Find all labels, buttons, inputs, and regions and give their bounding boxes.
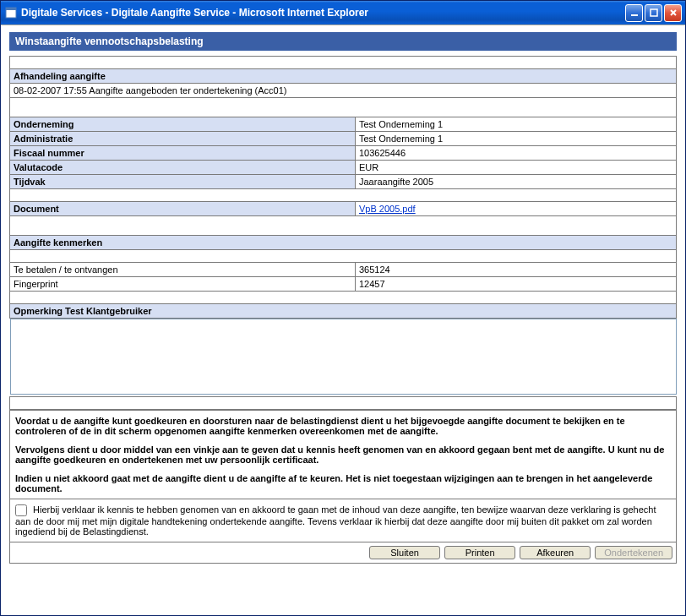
- window-title: Digitale Services - Digitale Aangifte Se…: [21, 7, 625, 19]
- value-fingerprint: 12457: [356, 277, 677, 292]
- label-valutacode: Valutacode: [10, 161, 356, 175]
- value-te-betalen: 365124: [356, 263, 677, 277]
- svg-rect-1: [6, 8, 16, 10]
- label-document: Document: [10, 202, 356, 216]
- label-fiscaal-nummer: Fiscaal nummer: [10, 146, 356, 161]
- close-button[interactable]: [664, 4, 682, 22]
- opmerking-header: Opmerking Test Klantgebruiker: [10, 304, 677, 319]
- value-onderneming: Test Onderneming 1: [356, 117, 677, 132]
- window-buttons: [625, 4, 682, 22]
- value-valutacode: EUR: [356, 161, 677, 175]
- label-tijdvak: Tijdvak: [10, 175, 356, 189]
- value-document: VpB 2005.pdf: [356, 202, 677, 216]
- document-link[interactable]: VpB 2005.pdf: [359, 204, 416, 214]
- page-title: Winstaangifte vennootschapsbelasting: [9, 32, 677, 51]
- printen-button[interactable]: Printen: [444, 546, 515, 559]
- value-administratie: Test Onderneming 1: [356, 132, 677, 146]
- titlebar: Digitale Services - Digitale Aangifte Se…: [1, 1, 685, 25]
- scroll-client[interactable]: Winstaangifte vennootschapsbelasting Afh…: [1, 25, 685, 615]
- instructions-p3: Indien u niet akkoord gaat met de aangif…: [15, 473, 671, 493]
- afhandeling-status: 08-02-2007 17:55 Aangifte aangeboden ter…: [10, 84, 677, 98]
- svg-rect-2: [631, 14, 638, 16]
- value-tijdvak: Jaaraangifte 2005: [356, 175, 677, 189]
- instructions-p1: Voordat u de aangifte kunt goedkeuren en…: [15, 416, 671, 436]
- content-area: Winstaangifte vennootschapsbelasting Afh…: [1, 25, 685, 615]
- button-row: Sluiten Printen Afkeuren Ondertekenen: [9, 542, 677, 564]
- instructions-p2: Vervolgens dient u door middel van een v…: [15, 444, 671, 465]
- sluiten-button[interactable]: Sluiten: [369, 546, 440, 559]
- opmerking-textarea[interactable]: [10, 319, 677, 395]
- afhandeling-table: Afhandeling aangifte 08-02-2007 17:55 Aa…: [9, 56, 677, 410]
- label-onderneming: Onderneming: [10, 117, 356, 132]
- agree-label[interactable]: Hierbij verklaar ik kennis te hebben gen…: [15, 504, 671, 537]
- label-fingerprint: Fingerprint: [10, 277, 356, 292]
- maximize-button[interactable]: [645, 4, 662, 22]
- instructions-block: Voordat u de aangifte kunt goedkeuren en…: [9, 410, 677, 499]
- value-fiscaal-nummer: 103625446: [356, 146, 677, 161]
- kenmerken-header: Aangifte kenmerken: [10, 236, 677, 250]
- agree-checkbox[interactable]: [15, 504, 27, 516]
- minimize-button[interactable]: [625, 4, 643, 22]
- afkeuren-button[interactable]: Afkeuren: [520, 546, 591, 559]
- app-window: Digitale Services - Digitale Aangifte Se…: [0, 0, 686, 616]
- ondertekenen-button: Ondertekenen: [595, 546, 672, 559]
- agree-row: Hierbij verklaar ik kennis te hebben gen…: [9, 499, 677, 542]
- agree-text: Hierbij verklaar ik kennis te hebben gen…: [15, 504, 656, 537]
- ie-app-icon: [4, 6, 18, 19]
- afhandeling-header: Afhandeling aangifte: [10, 69, 677, 84]
- label-administratie: Administratie: [10, 132, 356, 146]
- svg-rect-3: [651, 9, 657, 16]
- label-te-betalen: Te betalen / te ontvangen: [10, 263, 356, 277]
